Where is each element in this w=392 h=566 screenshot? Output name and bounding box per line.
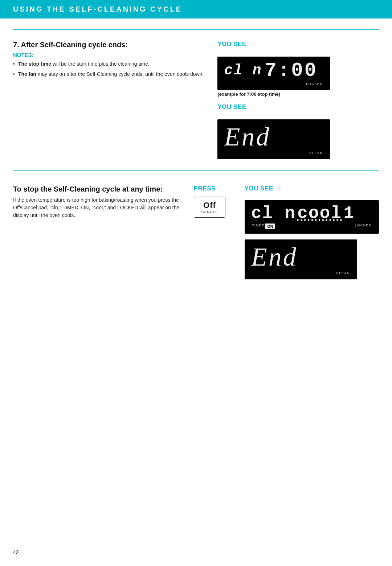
off-text: Off <box>201 201 218 210</box>
you-see-label-3: YOU SEE <box>245 185 273 192</box>
section2-title: To stop the Self-Cleaning cycle at any t… <box>13 185 183 193</box>
cln-cool-cln: cl n <box>251 205 296 222</box>
note-2: The fan may stay on after the Self-Clean… <box>13 70 207 78</box>
page-number: 42 <box>13 549 19 555</box>
cln-text: cl n <box>224 63 262 78</box>
cancel-text: CANCEL <box>201 210 218 214</box>
display-labels-2: CLEAN <box>224 151 323 155</box>
section1-title: 7. After Self-Cleaning cycle ends: <box>13 41 207 49</box>
cln-cool-row: cl n cool 1 <box>251 205 372 222</box>
display-cln-time: cl n 7:00 LOCKED (example for 7:00 stop … <box>217 57 330 97</box>
digit-text-1: cl n 7:00 <box>224 61 323 81</box>
you-see-col: YOU SEE cl n cool 1 TIMED ON <box>245 185 379 279</box>
clean-label-1: CLEAN <box>309 151 323 155</box>
display-labels-4: CLEAN <box>251 271 351 275</box>
note-1: The stop time will be the start time plu… <box>13 60 207 67</box>
display-labels-3: TIMED ON LOCKED <box>251 223 372 229</box>
section-divider-top <box>13 29 379 30</box>
display-screen-3: cl n cool 1 TIMED ON LOCKED <box>245 200 379 234</box>
spacer2 <box>225 151 309 155</box>
stop-cleaning-right: PRESS Off CANCEL YOU SEE cl n cool 1 <box>194 185 379 279</box>
press-label: PRESS <box>194 185 216 192</box>
page-title: USING THE SELF-CLEANING CYCLE <box>13 5 379 13</box>
press-you-see-row: PRESS Off CANCEL YOU SEE cl n cool 1 <box>194 185 379 279</box>
section-divider-middle <box>13 170 379 171</box>
section-stop-cleaning: To stop the Self-Cleaning cycle at any t… <box>13 181 379 279</box>
clean-label-2: CLEAN <box>336 271 350 275</box>
locked-label-2: LOCKED <box>355 223 372 229</box>
end-text-2: End <box>251 244 351 270</box>
timed-label: TIMED <box>252 223 265 229</box>
note-1-rest: will be the start time plus the cleaning… <box>53 61 150 67</box>
time-text: 7:00 <box>265 61 318 81</box>
notes-list: The stop time will be the start time plu… <box>13 60 207 78</box>
locked-label-1: LOCKED <box>306 82 323 86</box>
section-after-cleaning: 7. After Self-Cleaning cycle ends: NOTES… <box>13 41 379 159</box>
spacer3 <box>252 271 336 275</box>
display-screen-4: End CLEAN <box>245 239 357 279</box>
section2-body: If the oven temperature is too high for … <box>13 196 183 219</box>
after-cleaning-left: 7. After Self-Cleaning cycle ends: NOTES… <box>13 41 207 159</box>
end-text-1: End <box>224 124 323 150</box>
note-1-bold: The stop time <box>18 61 51 67</box>
page-content: 7. After Self-Cleaning cycle ends: NOTES… <box>0 19 392 294</box>
display-screen-1: cl n 7:00 LOCKED <box>217 57 330 90</box>
spacer <box>225 82 306 86</box>
cln-cool-cool: cool <box>297 205 342 222</box>
example-caption: (example for 7:00 stop time) <box>217 91 330 97</box>
you-see-label-2: YOU SEE <box>217 103 246 111</box>
note-2-rest: may stay on after the Self-Cleaning cycl… <box>38 71 204 77</box>
display-screen-2: End CLEAN <box>217 119 330 159</box>
press-col: PRESS Off CANCEL <box>194 185 234 218</box>
number-1: 1 <box>343 205 355 222</box>
display-labels-1: LOCKED <box>224 82 323 86</box>
notes-label: NOTES: <box>13 52 207 58</box>
note-2-bold: The fan <box>18 71 36 77</box>
page-header: USING THE SELF-CLEANING CYCLE <box>0 0 392 19</box>
you-see-label-1: YOU SEE <box>217 41 246 48</box>
after-cleaning-right: YOU SEE cl n 7:00 LOCKED (example for 7:… <box>217 41 379 159</box>
on-badge: ON <box>265 223 275 229</box>
off-cancel-button[interactable]: Off CANCEL <box>194 197 226 218</box>
stop-cleaning-left: To stop the Self-Cleaning cycle at any t… <box>13 185 183 279</box>
